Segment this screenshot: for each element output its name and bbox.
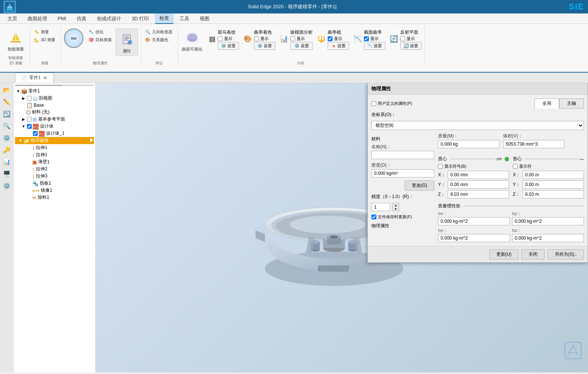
measure-btn[interactable]: 📏 测量 xyxy=(32,28,58,36)
sidebar-edit-icon[interactable]: ✏️ xyxy=(1,97,12,107)
tree-expand-section[interactable]: ▶ xyxy=(21,96,26,100)
menu-view[interactable]: 视图 xyxy=(195,14,214,24)
ixy-input[interactable] xyxy=(438,234,510,242)
tab-close-btn[interactable]: ✕ xyxy=(43,75,48,81)
tree-node-root[interactable]: ▼ 📦 零件1 xyxy=(15,88,94,95)
tree-node-refplanes[interactable]: ▶ ⊞ 基本参考平面 xyxy=(15,116,94,123)
relation-color-btn[interactable]: 🎨 关系颜色 xyxy=(143,36,175,43)
tree-node-material[interactable]: ⬡ 材料 (无) xyxy=(15,109,94,116)
curvature-setting-btn[interactable]: ⚙️ 设置 xyxy=(254,42,275,50)
zebra-setting-btn[interactable]: ⚙️ 设置 xyxy=(218,42,239,50)
measure3d-btn[interactable]: 📐 3D 测量 xyxy=(32,36,58,43)
tree-node-thin1[interactable]: ▣ 薄壁1 xyxy=(15,158,94,165)
comb-setting-btn[interactable]: 🔺 设置 xyxy=(328,42,349,50)
tree-expand-ext1b[interactable] xyxy=(27,153,32,157)
iyy-input[interactable] xyxy=(512,217,584,225)
tree-node-designbody1[interactable]: 🧱 设计体_1 xyxy=(15,130,94,137)
attr-btn[interactable]: 属性 xyxy=(116,28,138,56)
sidebar-settings-icon[interactable]: ⚙️ xyxy=(1,133,12,143)
tree-expand-base[interactable] xyxy=(21,103,26,107)
density-input[interactable] xyxy=(371,169,434,177)
cx-input[interactable] xyxy=(448,171,509,179)
precision-spinner[interactable]: ▲ ▼ xyxy=(392,203,399,211)
target-search-btn[interactable]: 🎯 目标搜索 xyxy=(86,36,114,43)
menu-generative[interactable]: 创成式设计 xyxy=(92,14,126,24)
draft-show-cb[interactable] xyxy=(290,36,295,41)
tree-expand-ext3[interactable] xyxy=(27,174,32,178)
mv-button[interactable]: mv xyxy=(64,28,83,48)
tree-node-ext3[interactable]: ↕ 拉伸3 xyxy=(15,173,94,180)
sidebar-key-icon[interactable]: 🔑 xyxy=(1,145,12,155)
menu-surface[interactable]: 曲面处理 xyxy=(23,14,52,24)
fy-input[interactable] xyxy=(523,180,584,189)
tab-spindle[interactable]: 主轴 xyxy=(559,98,584,109)
close-btn[interactable]: 关闭 xyxy=(521,249,545,259)
tree-expand-seq[interactable]: ▼ xyxy=(18,139,23,143)
menu-tools[interactable]: 工具 xyxy=(175,14,194,24)
tree-cb-section[interactable] xyxy=(27,96,32,101)
sidebar-chart-icon[interactable]: 📊 xyxy=(1,156,12,167)
tree-expand-mirror1[interactable] xyxy=(27,188,32,192)
tree-expand-thin1[interactable] xyxy=(27,160,32,164)
sidebar-screen-icon[interactable]: 🖥️ xyxy=(1,168,12,179)
menu-pmi[interactable]: PMI xyxy=(53,14,71,23)
save-update-cb[interactable] xyxy=(371,215,376,219)
tree-node-ext2[interactable]: ↕ 拉伸2 xyxy=(15,165,94,173)
tree-node-mirror1[interactable]: ⟺ 镜像1 xyxy=(15,187,94,194)
modify-btn[interactable]: 更改(G) xyxy=(405,180,434,191)
tree-expand-refplanes[interactable]: ▶ xyxy=(21,117,26,121)
name-input[interactable] xyxy=(371,151,434,159)
reflect-setting-btn[interactable]: 🔄 设置 xyxy=(400,42,422,50)
tree-node-ext1a[interactable]: ↕ 拉伸1 xyxy=(15,144,94,151)
tree-cb-db1[interactable] xyxy=(33,131,38,136)
spin-up[interactable]: ▲ xyxy=(393,203,399,207)
tree-node-designbody[interactable]: ▼ 🧱 设计体 xyxy=(15,123,94,130)
menu-home[interactable]: 主页 xyxy=(3,14,22,24)
sidebar-file-icon[interactable]: 📂 xyxy=(1,85,12,95)
coord-select[interactable]: 模型空间 xyxy=(371,121,584,130)
tree-cb-designbody[interactable] xyxy=(27,124,32,129)
tree-expand-rib1[interactable] xyxy=(27,181,32,185)
smart-measure-btn[interactable]: 智能测量 xyxy=(4,27,27,54)
ixx-input[interactable] xyxy=(438,217,510,225)
section-curv-show-cb[interactable] xyxy=(364,36,369,41)
tree-expand-designbody[interactable]: ▼ xyxy=(21,124,26,128)
centroid-show-cb[interactable] xyxy=(438,164,443,169)
tree-node-ext1b[interactable]: ↕ 拉伸1 xyxy=(15,151,94,158)
tree-node-rib1[interactable]: 🔩 肋板1 xyxy=(15,180,94,187)
cy-input[interactable] xyxy=(448,180,509,189)
tree-expand-ext1a[interactable] xyxy=(27,146,32,150)
sidebar-gear-icon[interactable]: ⚙️ xyxy=(1,180,12,191)
tree-node-base[interactable]: 📋 Base xyxy=(15,102,94,109)
user-def-cb[interactable] xyxy=(371,101,376,106)
ixz-input[interactable] xyxy=(512,234,584,242)
optimize-btn[interactable]: 🔧 优化 xyxy=(86,28,114,36)
update-btn[interactable]: 更新(U) xyxy=(489,249,519,259)
spin-down[interactable]: ▼ xyxy=(393,207,399,211)
tree-expand-ext2[interactable] xyxy=(27,167,32,171)
tree-node-remove1[interactable]: ✂ 除料1 xyxy=(15,194,94,201)
viewport[interactable]: AiR 物理属性 用户定义的属性(P) xyxy=(96,83,588,373)
geom-check-btn[interactable]: 🔍 几何检查器 xyxy=(143,28,175,36)
cz-input[interactable] xyxy=(448,190,509,198)
tree-expand-db1[interactable] xyxy=(27,131,32,136)
tree-node-seq[interactable]: ▼ 📁 顺序建模 xyxy=(15,137,94,144)
save-btn[interactable]: 另存为(S).. xyxy=(548,249,584,259)
draft-setting-btn[interactable]: ⚙️ 设置 xyxy=(290,42,313,50)
tree-expand-remove1[interactable] xyxy=(27,195,32,200)
precision-input[interactable] xyxy=(371,203,390,211)
fz-input[interactable] xyxy=(523,190,584,198)
volume-input[interactable] xyxy=(503,140,564,148)
tab-part1[interactable]: 📄 零件1 ✕ xyxy=(15,73,54,83)
tree-expand-material[interactable] xyxy=(21,110,26,114)
comb-show-cb[interactable] xyxy=(328,36,333,41)
tree-cb-refplanes[interactable] xyxy=(27,117,32,122)
section-curv-setting-btn[interactable]: 📉 设置 xyxy=(364,42,385,50)
mass-input[interactable] xyxy=(438,140,499,148)
menu-3dprint[interactable]: 3D 打印 xyxy=(127,14,153,24)
surf-vis-btn[interactable]: 曲面可视化 xyxy=(180,27,205,54)
formcenter-show-cb[interactable] xyxy=(513,164,518,169)
curvature-show-cb[interactable] xyxy=(254,36,259,41)
sidebar-zoom-icon[interactable]: 🔍 xyxy=(1,121,12,131)
tab-global[interactable]: 全局 xyxy=(535,98,559,109)
